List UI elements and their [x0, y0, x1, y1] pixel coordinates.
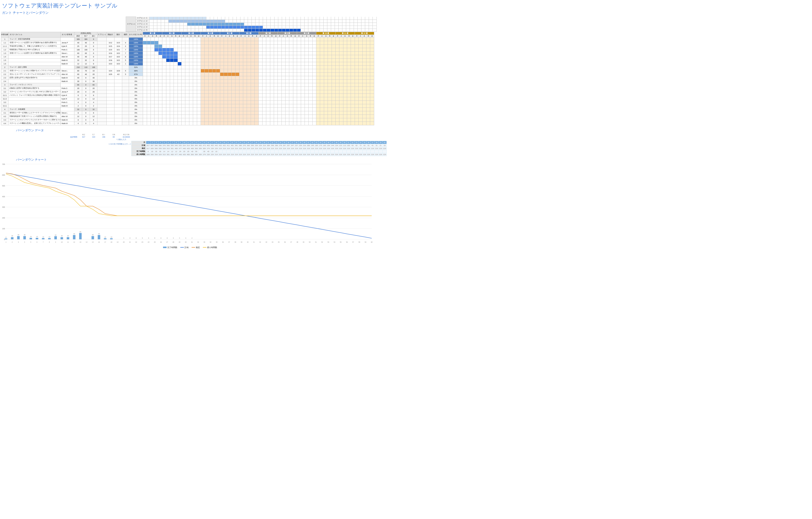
table-row: 3フェーズ : パイロット テスト660660%: [1, 83, 374, 86]
svg-text:65: 65: [80, 231, 81, 232]
svg-text:9: 9: [55, 241, 56, 243]
svg-text:34: 34: [210, 241, 211, 243]
svg-text:20: 20: [11, 235, 13, 237]
svg-text:600: 600: [2, 174, 5, 176]
svg-text:46: 46: [284, 241, 286, 243]
svg-text:47: 47: [290, 241, 292, 243]
svg-text:12: 12: [49, 236, 50, 237]
chart-legend: 完了時間数 計画 推定 残り時間数: [1, 246, 377, 249]
table-row: 3.3Peñe S4040%: [1, 101, 374, 104]
svg-text:43: 43: [265, 241, 267, 243]
svg-text:5: 5: [179, 237, 180, 239]
svg-text:39: 39: [241, 241, 242, 243]
svg-text:30: 30: [185, 241, 186, 243]
svg-text:26: 26: [160, 241, 162, 243]
burndown-chart-title: バーンダウン チャート: [16, 158, 377, 162]
svg-text:30: 30: [92, 234, 94, 236]
note-complete-entry: 1 日の完了時間数を入力 --->: [109, 143, 131, 145]
svg-text:56: 56: [346, 241, 348, 243]
svg-text:30: 30: [24, 234, 26, 236]
svg-text:20: 20: [67, 235, 69, 237]
svg-text:58: 58: [358, 241, 360, 243]
svg-text:33: 33: [204, 241, 205, 243]
svg-rect-49: [110, 238, 113, 239]
svg-text:8: 8: [161, 237, 162, 239]
svg-text:44: 44: [272, 241, 273, 243]
svg-text:36: 36: [222, 241, 224, 243]
svg-text:10: 10: [61, 241, 63, 243]
svg-text:11: 11: [67, 241, 69, 243]
svg-text:31: 31: [191, 241, 193, 243]
svg-rect-32: [54, 236, 57, 239]
svg-text:3: 3: [18, 241, 19, 243]
svg-text:17: 17: [105, 241, 106, 243]
svg-rect-18: [11, 237, 13, 239]
svg-text:41: 41: [253, 241, 255, 243]
svg-text:18: 18: [111, 241, 112, 243]
svg-text:21: 21: [129, 241, 131, 243]
svg-text:19: 19: [117, 241, 118, 243]
svg-text:8: 8: [5, 236, 6, 238]
page-title: ソフトウェア実装計画テンプレート サンプル: [2, 2, 377, 9]
svg-rect-26: [36, 238, 38, 239]
svg-text:38: 38: [234, 241, 236, 243]
svg-text:50: 50: [309, 241, 311, 243]
svg-text:23: 23: [142, 241, 143, 243]
table-row: 4.2対象地域全体で充電ステーションの設置を段階的に開始するAllen W120…: [1, 114, 374, 118]
svg-text:20: 20: [123, 241, 125, 243]
sprint-item: スプリント 5: [136, 29, 149, 32]
sprint-item: スプリント 1: [136, 17, 149, 20]
table-row: 2.2支払いとユーザー インターフェイスのためのソフトウェア ソリューションを開…: [1, 73, 374, 76]
svg-text:14: 14: [30, 236, 32, 237]
svg-text:54: 54: [334, 241, 336, 243]
svg-text:28: 28: [173, 241, 174, 243]
svg-text:24: 24: [148, 241, 149, 243]
table-row: 3.2.1パイロット フェーズで発見された技術的な問題や課題に対処するKylie…: [1, 93, 374, 97]
svg-text:22: 22: [135, 241, 137, 243]
svg-text:37: 37: [228, 241, 230, 243]
svg-text:60: 60: [371, 241, 373, 243]
table-row: 4.4ステーションの機能を監視し、必要に応じてトラブル シューティングを行うMa…: [1, 121, 374, 125]
svg-rect-36: [67, 237, 69, 239]
svg-text:32: 32: [197, 241, 199, 243]
svg-text:5: 5: [173, 237, 174, 239]
svg-text:14: 14: [86, 241, 87, 243]
svg-text:15: 15: [92, 241, 94, 243]
svg-text:20: 20: [61, 235, 63, 237]
svg-text:55: 55: [340, 241, 342, 243]
svg-text:40: 40: [247, 241, 249, 243]
burndown-chart: 0100200300400500600700820303014141212422…: [1, 163, 374, 246]
svg-text:7: 7: [43, 241, 44, 243]
svg-text:29: 29: [179, 241, 181, 243]
table-row: 2.1充電ステーションとそれに付随するインフラストラクチャの設計を確定するSte…: [1, 69, 374, 73]
svg-text:40: 40: [98, 233, 100, 234]
table-row: 4フェーズ : 本格展開320320%: [1, 108, 374, 111]
table-row: 1.6Malik M121203/233/231100%: [1, 62, 374, 65]
sprint-item: スプリント 2: [136, 20, 149, 23]
svg-text:49: 49: [302, 241, 304, 243]
svg-text:35: 35: [216, 241, 218, 243]
svg-text:8: 8: [49, 241, 50, 243]
svg-rect-28: [42, 238, 44, 239]
svg-text:8: 8: [154, 237, 155, 239]
table-row: 2.4Malik M300300%: [1, 79, 374, 83]
svg-text:2: 2: [12, 241, 13, 243]
svg-rect-30: [48, 238, 51, 239]
svg-text:45: 45: [278, 241, 280, 243]
svg-rect-47: [104, 238, 107, 239]
table-row: 2.3設置に必要な許可と承認を取得するMalik M400400%: [1, 76, 374, 79]
svg-rect-40: [79, 233, 82, 239]
table-row: 1.1充電ステーションを設置できる可能性のある場所を調査するJenna P404…: [1, 41, 374, 44]
svg-text:42: 42: [259, 241, 261, 243]
table-row: 3.1試験的に設置する限定地域を選定するPeñe S200200%: [1, 86, 374, 90]
table-row: 4.1潜在的ユーザーを対象としたマーケティング キャンペーンを開始するSteve…: [1, 111, 374, 114]
svg-text:53: 53: [327, 241, 329, 243]
svg-text:4: 4: [24, 241, 25, 243]
svg-rect-20: [17, 236, 20, 239]
svg-text:400: 400: [2, 195, 5, 197]
table-row: 3.3.1Malik M2020%: [1, 104, 374, 108]
svg-text:100: 100: [2, 228, 5, 229]
svg-text:14: 14: [36, 236, 38, 237]
svg-text:300: 300: [2, 206, 5, 208]
sprint-item: スプリント 3: [136, 23, 149, 26]
